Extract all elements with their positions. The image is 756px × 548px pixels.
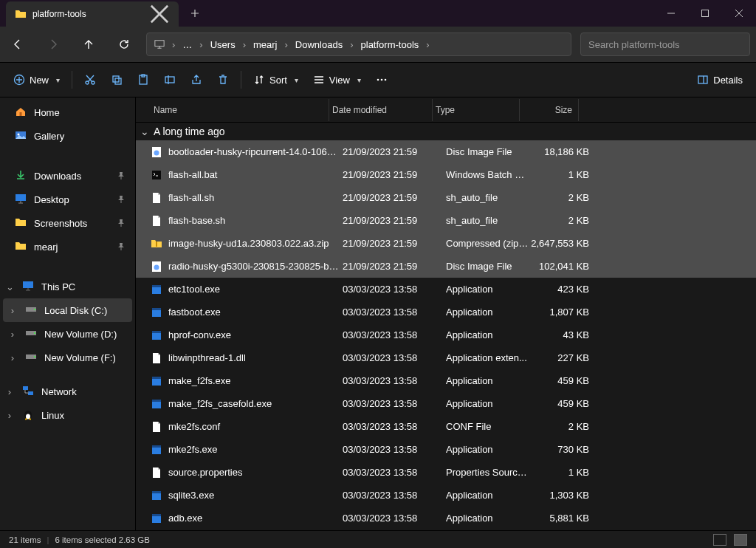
download-icon — [15, 169, 27, 183]
search-input[interactable] — [588, 39, 742, 50]
sidebar-drive[interactable]: › New Volume (D:) — [3, 322, 132, 346]
column-modified[interactable]: Date modified — [329, 99, 433, 121]
file-icon — [151, 444, 162, 456]
file-row[interactable]: hprof-conv.exe 03/03/2023 13:58 Applicat… — [136, 323, 756, 346]
sidebar-gallery[interactable]: Gallery — [3, 124, 132, 148]
file-name: libwinpthread-1.dll — [168, 352, 340, 363]
breadcrumb-segment[interactable]: Users — [207, 36, 238, 53]
chevron-right-icon[interactable]: › — [171, 39, 176, 50]
pin-icon[interactable] — [117, 243, 125, 250]
chevron-right-icon[interactable]: › — [4, 386, 15, 397]
sidebar-quick-desktop[interactable]: Desktop — [3, 188, 132, 211]
view-button[interactable]: View ▾ — [306, 67, 368, 92]
close-tab-button[interactable] — [149, 4, 170, 24]
paste-button[interactable] — [130, 67, 157, 92]
file-name: flash-all.bat — [168, 169, 340, 180]
sidebar-quick-mearj[interactable]: mearj — [3, 235, 132, 258]
breadcrumb[interactable]: › … › Users › mearj › Downloads › platfo… — [146, 32, 571, 56]
breadcrumb-segment[interactable]: mearj — [250, 36, 281, 53]
chevron-right-icon[interactable]: › — [198, 39, 204, 50]
file-icon — [151, 146, 162, 158]
chevron-right-icon[interactable]: › — [348, 39, 354, 50]
file-row[interactable]: image-husky-ud1a.230803.022.a3.zip 21/09… — [136, 232, 756, 255]
file-row[interactable]: adb.exe 03/03/2023 13:58 Application 5,8… — [136, 507, 756, 530]
back-button[interactable] — [0, 27, 35, 62]
file-row[interactable]: sqlite3.exe 03/03/2023 13:58 Application… — [136, 484, 756, 507]
pin-icon[interactable] — [117, 219, 125, 227]
file-size: 730 KB — [530, 444, 589, 455]
file-row[interactable]: radio-husky-g5300i-230815-230825-b-10...… — [136, 255, 756, 278]
pin-icon[interactable] — [117, 172, 125, 179]
file-size: 2 KB — [530, 421, 589, 432]
sidebar-this-pc[interactable]: ⌄ This PC — [3, 275, 132, 298]
details-view-toggle[interactable] — [713, 534, 726, 546]
cut-button[interactable] — [77, 67, 103, 92]
chevron-right-icon[interactable]: › — [7, 352, 18, 363]
file-row[interactable]: fastboot.exe 03/03/2023 13:58 Applicatio… — [136, 301, 756, 323]
copy-button[interactable] — [103, 67, 130, 92]
file-row[interactable]: libwinpthread-1.dll 03/03/2023 13:58 App… — [136, 346, 756, 369]
folder-icon — [15, 8, 27, 20]
file-row[interactable]: source.properties 03/03/2023 13:58 Prope… — [136, 461, 756, 484]
column-size[interactable]: Size — [520, 99, 579, 121]
chevron-right-icon[interactable]: › — [425, 39, 430, 50]
chevron-right-icon[interactable]: › — [7, 329, 18, 340]
file-row[interactable]: etc1tool.exe 03/03/2023 13:58 Applicatio… — [136, 278, 756, 301]
desktop-icon — [15, 193, 27, 207]
column-name[interactable]: Name — [151, 99, 329, 121]
sidebar-network[interactable]: › Network — [3, 380, 132, 403]
sidebar-home[interactable]: Home — [3, 100, 132, 124]
sidebar-drive[interactable]: › Local Disk (C:) — [3, 298, 132, 322]
breadcrumb-segment[interactable]: Downloads — [292, 36, 346, 53]
file-size: 1,807 KB — [530, 306, 589, 318]
close-window-button[interactable] — [722, 0, 756, 27]
chevron-right-icon[interactable]: › — [4, 410, 15, 421]
file-row[interactable]: flash-all.bat 21/09/2023 21:59 Windows B… — [136, 163, 756, 186]
file-row[interactable]: make_f2fs.exe 03/03/2023 13:58 Applicati… — [136, 369, 756, 392]
sidebar-linux[interactable]: › Linux — [3, 403, 132, 427]
sidebar-drive[interactable]: › New Volume (F:) — [3, 346, 132, 369]
column-type[interactable]: Type — [433, 99, 520, 121]
group-label: A long time ago — [154, 126, 225, 137]
file-row[interactable]: bootloader-husky-ripcurrent-14.0-10659..… — [136, 140, 756, 163]
column-headers[interactable]: Name Date modified Type Size — [136, 97, 756, 123]
group-header[interactable]: ⌄ A long time ago — [136, 123, 756, 140]
file-row[interactable]: mke2fs.conf 03/03/2023 13:58 CONF File 2… — [136, 415, 756, 438]
search-box[interactable] — [580, 32, 750, 56]
monitor-icon[interactable] — [151, 36, 168, 52]
new-button[interactable]: New ▾ — [6, 67, 67, 92]
breadcrumb-overflow[interactable]: … — [179, 36, 195, 53]
sidebar-quick-screenshots[interactable]: Screenshots — [3, 211, 132, 235]
window-tab[interactable]: platform-tools — [6, 1, 179, 27]
thumbnails-view-toggle[interactable] — [734, 534, 747, 546]
details-pane-button[interactable]: Details — [690, 67, 750, 92]
share-button[interactable] — [183, 67, 210, 92]
file-row[interactable]: flash-all.sh 21/09/2023 21:59 sh_auto_fi… — [136, 186, 756, 209]
pin-icon[interactable] — [117, 196, 125, 203]
file-row[interactable]: mke2fs.exe 03/03/2023 13:58 Application … — [136, 438, 756, 461]
refresh-button[interactable] — [106, 27, 142, 62]
delete-button[interactable] — [210, 67, 236, 92]
sidebar-quick-downloads[interactable]: Downloads — [3, 164, 132, 188]
chevron-right-icon[interactable]: › — [241, 39, 247, 50]
chevron-down-icon[interactable]: ⌄ — [4, 281, 15, 292]
forward-button[interactable] — [35, 27, 71, 62]
svg-rect-46 — [152, 445, 161, 448]
file-size: 43 KB — [530, 329, 589, 340]
breadcrumb-segment[interactable]: platform-tools — [358, 36, 422, 53]
file-row[interactable]: make_f2fs_casefold.exe 03/03/2023 13:58 … — [136, 392, 756, 415]
new-tab-button[interactable] — [179, 0, 211, 27]
maximize-button[interactable] — [688, 0, 722, 27]
chevron-right-icon[interactable]: › — [7, 305, 18, 316]
file-rows[interactable]: ⌄ A long time ago bootloader-husky-ripcu… — [136, 123, 756, 530]
svg-rect-38 — [152, 308, 161, 310]
svg-rect-17 — [16, 194, 26, 201]
file-row[interactable]: flash-base.sh 21/09/2023 21:59 sh_auto_f… — [136, 209, 756, 232]
svg-rect-14 — [20, 112, 22, 116]
sort-button[interactable]: Sort ▾ — [246, 67, 306, 92]
up-button[interactable] — [71, 27, 106, 62]
chevron-right-icon[interactable]: › — [284, 39, 289, 50]
more-button[interactable] — [368, 67, 395, 92]
minimize-button[interactable] — [654, 0, 688, 27]
rename-button[interactable] — [157, 67, 183, 92]
